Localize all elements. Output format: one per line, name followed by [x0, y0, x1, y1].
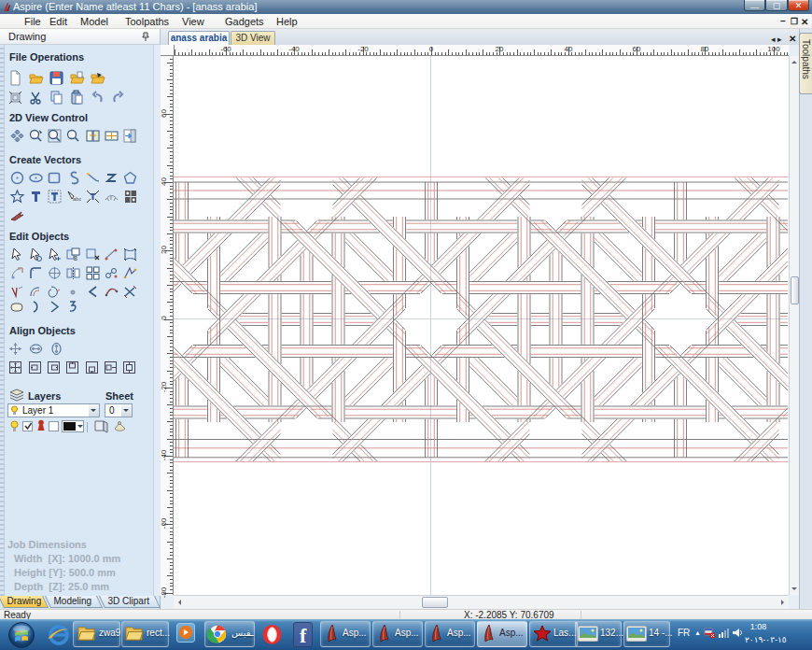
svg-text:8: 8 — [74, 255, 77, 261]
svg-text:abc: abc — [73, 196, 81, 202]
